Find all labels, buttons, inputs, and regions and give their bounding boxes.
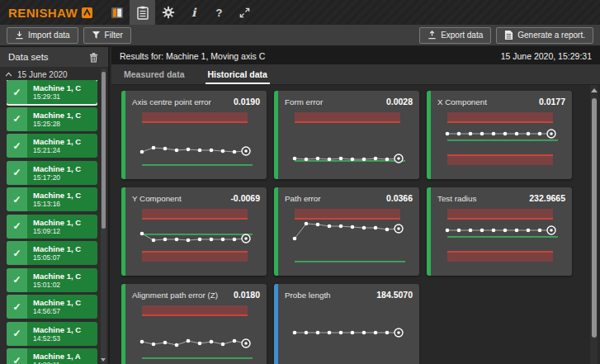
dataset-item-time: 14:56:57	[33, 307, 81, 315]
metric-value: 0.0366	[386, 193, 413, 203]
export-icon	[428, 31, 437, 40]
dataset-group-header[interactable]: 15 June 2020	[5, 69, 68, 80]
dataset-item[interactable]: ✓Machine 1, C14:56:57	[7, 295, 97, 319]
main-scrollbar[interactable]	[590, 85, 598, 364]
dataset-item-text: Machine 1, A14:22:11	[27, 348, 81, 364]
chevron-up-icon	[5, 72, 12, 77]
report-icon	[504, 30, 513, 40]
import-data-label: Import data	[28, 31, 70, 40]
check-icon: ✓	[7, 268, 27, 292]
dataset-item-text: Machine 1, C15:21:24	[27, 134, 81, 158]
dataset-item-name: Machine 1, C	[33, 244, 81, 253]
dataset-item-time: 15:05:07	[33, 253, 81, 262]
dataset-item[interactable]: ✓Machine 1, C15:01:02	[7, 268, 97, 292]
dataset-item-time: 14:52:53	[33, 334, 81, 343]
main-nav: i ?	[104, 0, 257, 25]
dataset-item[interactable]: ✓Machine 1, C15:05:07	[7, 241, 97, 265]
generate-report-label: Generate a report.	[517, 31, 585, 40]
check-icon: ✓	[7, 241, 27, 265]
metric-card[interactable]: Alignment path error (Z)0.0180	[121, 284, 267, 364]
dataset-item[interactable]: ✓Machine 1, C15:13:16	[7, 187, 97, 211]
metric-card[interactable]: Probe length184.5070	[274, 284, 419, 364]
main-content: Results for: Machine 1, Moving axis C 15…	[111, 47, 600, 364]
metric-title: Axis centre point error	[132, 97, 211, 106]
metric-sparkline	[132, 303, 258, 362]
metric-sparkline	[437, 110, 564, 169]
journal-icon	[111, 7, 124, 19]
metric-card-header: Path error0.0366	[285, 193, 413, 203]
renishaw-logo: RENISHAW	[8, 0, 92, 25]
import-icon	[15, 31, 24, 40]
check-icon: ✓	[7, 107, 27, 131]
import-data-button[interactable]: Import data	[7, 27, 78, 44]
sidebar-scrollbar[interactable]	[101, 69, 106, 363]
dataset-item[interactable]: ✓Machine 1, C14:52:53	[7, 322, 97, 346]
dataset-item-name: Machine 1, C	[33, 325, 81, 334]
metric-card[interactable]: Y Component-0.0069	[121, 187, 267, 276]
dataset-item-time: 15:13:16	[33, 200, 81, 208]
metric-title: Form error	[285, 97, 323, 106]
titlebar: RENISHAW	[0, 0, 600, 25]
renishaw-app-window: RENISHAW	[0, 0, 600, 364]
results-title: Results for: Machine 1, Moving axis C	[120, 51, 265, 61]
dataset-item-name: Machine 1, C	[33, 83, 81, 92]
dataset-item-text: Machine 1, C15:29:31	[27, 80, 81, 104]
dataset-item[interactable]: ✓Machine 1, C15:29:31	[7, 80, 97, 104]
main-scrollbar-thumb[interactable]	[592, 98, 597, 338]
check-icon: ✓	[7, 187, 27, 211]
metric-card[interactable]: Test radius232.9665	[427, 187, 572, 276]
check-icon: ✓	[7, 348, 27, 364]
tab-measured-data[interactable]: Measured data	[124, 69, 185, 84]
sidebar-scrollbar-thumb[interactable]	[102, 72, 106, 229]
results-tabbar: Measured data Historical data	[111, 64, 600, 85]
dataset-item[interactable]: ✓Machine 1, C15:09:12	[7, 215, 97, 239]
metric-card[interactable]: X Component0.0177	[427, 91, 572, 179]
expand-icon	[239, 7, 251, 19]
generate-report-button[interactable]: Generate a report.	[496, 27, 593, 44]
dataset-item[interactable]: ✓Machine 1, C15:21:24	[7, 134, 97, 158]
scroll-down-icon[interactable]	[101, 358, 106, 362]
metric-card-header: X Component0.0177	[437, 97, 565, 106]
metric-value: 232.9665	[529, 193, 565, 203]
check-icon: ✓	[7, 295, 27, 319]
metric-value: 0.0177	[539, 97, 565, 106]
export-data-label: Export data	[441, 31, 483, 40]
metric-card-header: Probe length184.5070	[285, 290, 413, 300]
nav-expand-button[interactable]	[232, 0, 257, 25]
dataset-item-name: Machine 1, C	[33, 218, 81, 227]
dataset-item[interactable]: ✓Machine 1, A14:22:11	[7, 348, 97, 364]
metric-sparkline	[285, 303, 411, 362]
nav-settings-button[interactable]	[155, 0, 181, 25]
scroll-up-icon[interactable]	[591, 88, 598, 92]
metric-title: Probe length	[285, 291, 331, 300]
metric-card[interactable]: Path error0.0366	[274, 187, 419, 276]
dataset-item-time: 15:09:12	[33, 227, 81, 235]
metric-value: 0.0180	[234, 290, 260, 300]
tab-historical-data[interactable]: Historical data	[208, 69, 267, 84]
dataset-item[interactable]: ✓Machine 1, C15:25:28	[7, 107, 97, 131]
export-data-button[interactable]: Export data	[419, 27, 491, 44]
dataset-item[interactable]: ✓Machine 1, C15:17:20	[7, 161, 97, 185]
dataset-item-time: 14:22:11	[33, 361, 81, 364]
dataset-item-time: 15:21:24	[33, 146, 81, 154]
renishaw-logo-text: RENISHAW	[8, 6, 78, 20]
dataset-item-text: Machine 1, C15:01:02	[27, 268, 81, 292]
dataset-item-text: Machine 1, C15:25:28	[27, 107, 81, 131]
dataset-item-name: Machine 1, C	[33, 191, 81, 200]
dataset-item-time: 15:29:31	[33, 92, 81, 101]
metric-card-header: Alignment path error (Z)0.0180	[132, 290, 260, 300]
nav-journal-button[interactable]	[104, 0, 130, 25]
results-timestamp: 15 June 2020, 15:29:31	[501, 51, 592, 61]
metric-card[interactable]: Form error0.0028	[274, 91, 419, 179]
nav-help-button[interactable]: ?	[206, 0, 232, 25]
nav-results-tab[interactable]	[130, 0, 155, 25]
dataset-group-label: 15 June 2020	[17, 70, 68, 79]
nav-info-button[interactable]: i	[181, 0, 206, 25]
filter-button[interactable]: Filter	[83, 27, 131, 44]
metric-card[interactable]: Axis centre point error0.0190	[121, 91, 267, 179]
dataset-item-time: 15:25:28	[33, 120, 81, 128]
trash-icon[interactable]	[89, 52, 98, 63]
metric-title: Y Component	[132, 194, 182, 203]
toolbar: Import data Filter Export data Generate …	[0, 25, 600, 47]
dataset-item-text: Machine 1, C15:05:07	[27, 241, 81, 265]
